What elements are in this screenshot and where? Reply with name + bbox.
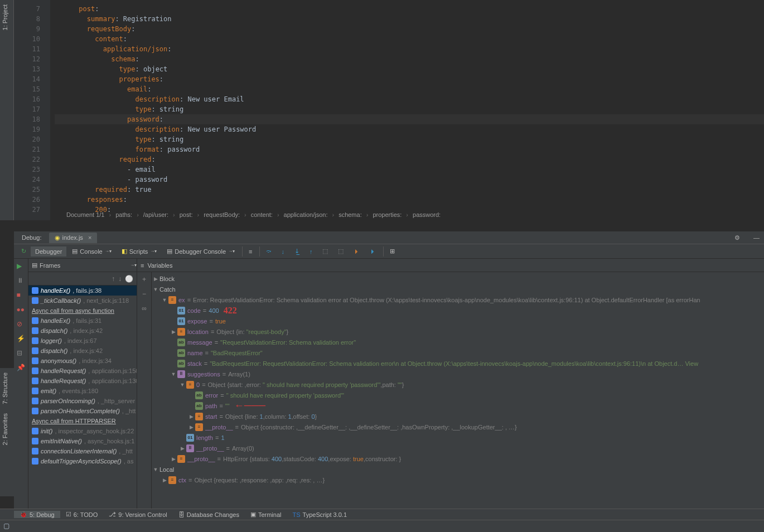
- frame-item[interactable]: parserOnIncoming(), _http_server: [28, 396, 137, 406]
- dropdown-icon: →▾: [105, 249, 112, 254]
- stack-frame-icon: [32, 287, 38, 294]
- frame-item[interactable]: logger(), index.js:67: [28, 336, 137, 346]
- frame-item[interactable]: handleRequest(), application.js:130: [28, 376, 137, 386]
- force-step-into-icon[interactable]: ↓̲: [290, 246, 304, 257]
- frames-list[interactable]: handleEx(), fails.js:38_tickCallback(), …: [28, 286, 137, 515]
- bottom-tab-typescript[interactable]: TS TypeScript 3.0.1: [287, 511, 352, 518]
- rerun-icon[interactable]: ↻: [21, 248, 26, 255]
- project-tool-tab[interactable]: 1: Project: [0, 0, 10, 35]
- separator: [383, 246, 384, 257]
- left-bottom-sidebar: 7: Structure 2: Favorites: [0, 368, 14, 496]
- debugger-console-tab[interactable]: ▤ Debugger Console →▾: [162, 246, 239, 257]
- exception-breakpoint-icon[interactable]: ⚡: [17, 335, 26, 344]
- variable-row[interactable]: ▶≡__proto__=Object {constructor: ,__defi…: [152, 422, 764, 432]
- frame-item[interactable]: defaultTriggerAsyncIdScope(), as: [28, 456, 137, 466]
- debug-settings-icon[interactable]: ⚙: [734, 234, 740, 241]
- variable-row[interactable]: ▶⠿__proto__=Array(0): [152, 443, 764, 453]
- frames-icon: ▤: [32, 262, 37, 269]
- debug-hide-icon[interactable]: —: [753, 234, 760, 241]
- bottom-tab-db-changes[interactable]: 🗄 Database Changes: [173, 511, 245, 518]
- stack-frame-icon: [32, 317, 38, 324]
- stop-icon[interactable]: ■: [17, 291, 26, 300]
- close-icon[interactable]: ×: [88, 234, 91, 241]
- frame-item[interactable]: dispatch(), index.js:42: [28, 326, 137, 336]
- scripts-tab[interactable]: ◧ Scripts →▾: [117, 246, 162, 257]
- frame-item[interactable]: handleRequest(), application.js:150: [28, 366, 137, 376]
- frame-item[interactable]: init(), inspector_async_hook.js:22: [28, 426, 137, 436]
- variable-row[interactable]: abpath=""←───: [152, 400, 764, 411]
- variable-row[interactable]: ▶≡location=Object {in: "request-body"}: [152, 326, 764, 337]
- frame-item[interactable]: handleEx(), fails.js:31: [28, 316, 137, 326]
- variable-row[interactable]: abmessage="RequestValidationError: Schem…: [152, 337, 764, 347]
- frame-item[interactable]: parserOnHeadersComplete(), _htt: [28, 406, 137, 416]
- status-tool-window-icon[interactable]: ▢: [3, 522, 9, 530]
- step-into-icon[interactable]: ↓: [277, 246, 289, 257]
- pause-icon[interactable]: ⏸: [17, 277, 26, 286]
- bug-icon: 🐞: [20, 511, 27, 518]
- run-to-cursor-icon[interactable]: ⬚: [333, 246, 348, 257]
- variable-row[interactable]: ▶≡start=Object {line: 1,column: 1,offset…: [152, 411, 764, 422]
- stack-frame-icon: [32, 327, 38, 334]
- layout-icon[interactable]: ≡: [244, 246, 257, 257]
- drop-frame-icon[interactable]: ⬚: [318, 246, 332, 257]
- add-watch-icon[interactable]: +: [142, 275, 146, 283]
- pin-icon[interactable]: 📌: [17, 364, 26, 373]
- status-bar: ▢: [0, 520, 764, 532]
- variable-row[interactable]: 01code=400422: [152, 305, 764, 316]
- dropdown-icon: →▾: [228, 249, 235, 254]
- frame-item[interactable]: _tickCallback(), next_tick.js:118: [28, 296, 137, 306]
- evaluate-icon[interactable]: 🞂: [349, 246, 364, 257]
- variables-tree[interactable]: ▶Block▼Catch▼≡ex=Error: RequestValidatio…: [152, 272, 764, 515]
- variable-row[interactable]: abname="BadRequestError": [152, 347, 764, 358]
- step-out-icon[interactable]: ↑: [305, 246, 317, 257]
- frame-item[interactable]: anonymous(), index.js:34: [28, 356, 137, 366]
- code-area[interactable]: post: summary: Registration requestBody:…: [50, 0, 764, 220]
- js-file-icon: ◉: [55, 234, 60, 241]
- frame-down-icon[interactable]: ↓: [118, 275, 122, 283]
- watch-link-icon[interactable]: ∞: [142, 304, 147, 312]
- bottom-tab-todo[interactable]: ☑ 6: TODO: [60, 511, 104, 518]
- remove-watch-icon[interactable]: −: [142, 290, 146, 298]
- variable-row[interactable]: ▼⠿suggestions=Array(1): [152, 369, 764, 379]
- frame-item[interactable]: handleEx(), fails.js:38: [28, 286, 137, 296]
- frame-up-icon[interactable]: ↑: [112, 275, 115, 283]
- resume-icon[interactable]: ▶: [17, 262, 26, 271]
- favorites-tool-tab[interactable]: 2: Favorites: [0, 409, 10, 449]
- calculator-icon[interactable]: ⊞: [385, 246, 399, 257]
- bottom-tab-debug[interactable]: 🐞 5: Debug: [14, 511, 60, 518]
- vcs-icon: ⎇: [109, 511, 116, 518]
- breadcrumb[interactable]: Document 1/1›paths:›/api/user:›post:›req…: [64, 209, 443, 220]
- variable-row[interactable]: abstack="BadRequestError: RequestValidat…: [152, 358, 764, 369]
- type-icon: ab: [177, 338, 185, 346]
- variable-row[interactable]: aberror=" should have required property …: [152, 390, 764, 400]
- frame-item[interactable]: emit(), events.js:180: [28, 386, 137, 396]
- variable-row[interactable]: 01length=1: [152, 432, 764, 443]
- mute-breakpoints-icon[interactable]: ⊘: [17, 320, 26, 329]
- bottom-tab-terminal[interactable]: ▣ Terminal: [245, 511, 287, 518]
- variable-row[interactable]: 01expose=true: [152, 316, 764, 326]
- variable-row[interactable]: ▶≡__proto__=HttpError {status: 400,statu…: [152, 453, 764, 464]
- bottom-tab-label: 6: TODO: [74, 511, 98, 518]
- trace-icon[interactable]: 🞂: [365, 246, 380, 257]
- structure-tool-tab[interactable]: 7: Structure: [0, 368, 10, 409]
- separator: [259, 246, 260, 257]
- debug-file-tab[interactable]: ◉ index.js ×: [49, 233, 97, 243]
- step-over-icon[interactable]: ⤼: [262, 246, 275, 257]
- thread-dropdown-icon[interactable]: →▾: [130, 263, 137, 268]
- variable-row[interactable]: ▼≡ex=Error: RequestValidationError: Sche…: [152, 294, 764, 305]
- frame-item[interactable]: connectionListenerInternal(), _htt: [28, 446, 137, 456]
- debugger-tab[interactable]: Debugger: [31, 246, 66, 257]
- variable-row[interactable]: ▼≡0=Object {start: ,error: " should have…: [152, 379, 764, 390]
- editor: 789101112131415161718192021222324252627 …: [14, 0, 764, 220]
- type-icon: ≡: [168, 476, 176, 484]
- frame-item[interactable]: dispatch(), index.js:42: [28, 346, 137, 356]
- type-icon: ⠿: [186, 444, 194, 452]
- variable-row[interactable]: ▶≡ctx=Object {request: ,response: ,app: …: [152, 475, 764, 485]
- frame-filter-icon[interactable]: ⚪: [125, 275, 133, 283]
- console-tab[interactable]: ▤ Console →▾: [67, 246, 115, 257]
- frame-item[interactable]: emitInitNative(), async_hooks.js:1: [28, 436, 137, 446]
- view-breakpoints-icon[interactable]: ●●: [17, 306, 26, 315]
- type-icon: ⠿: [177, 370, 185, 378]
- layout-settings-icon[interactable]: ⊟: [17, 349, 26, 358]
- bottom-tab-vcs[interactable]: ⎇ 9: Version Control: [103, 511, 172, 518]
